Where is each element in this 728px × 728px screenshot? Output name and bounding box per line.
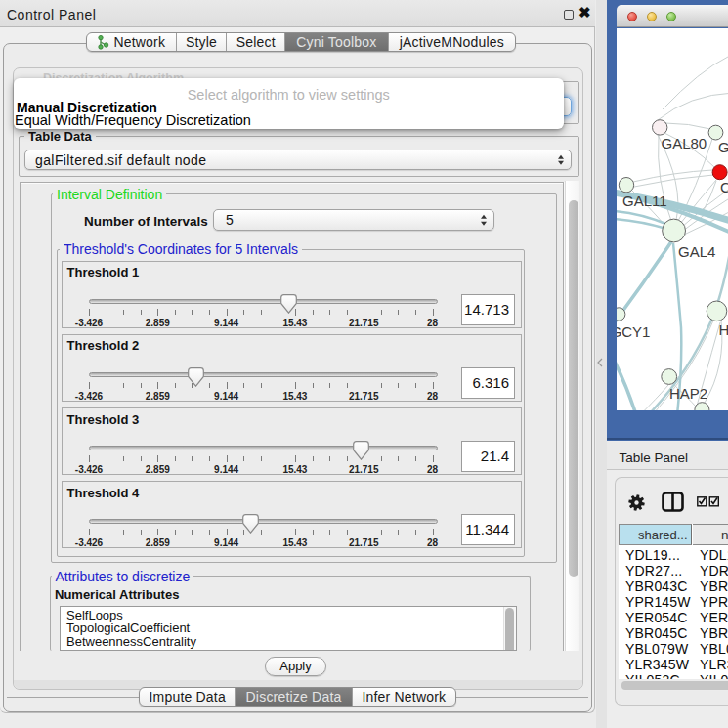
svg-text:HAP2: HAP2 [669,385,707,402]
svg-text:GAL11: GAL11 [622,193,667,209]
svg-text:HA: HA [719,321,728,338]
svg-text:GAL4: GAL4 [678,243,715,260]
svg-text:GA: GA [718,139,728,155]
svg-text:GAL80: GAL80 [662,135,707,151]
svg-text:GCY1: GCY1 [617,323,650,340]
svg-text:CY: CY [720,179,728,195]
